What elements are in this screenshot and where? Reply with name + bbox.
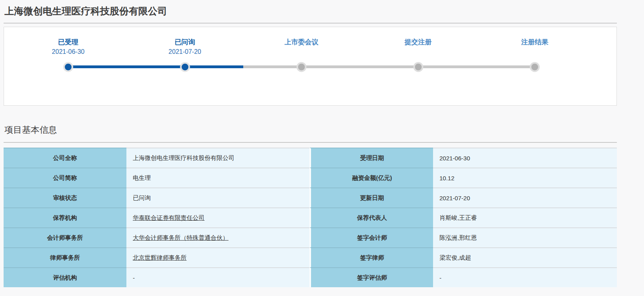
stage-label: 提交注册 xyxy=(374,38,462,47)
timeline-track xyxy=(68,65,535,68)
info-label-cell: 律师事务所 xyxy=(4,247,126,267)
timeline-node-dot xyxy=(181,63,188,70)
field-value: 肖斯峻,王正睿 xyxy=(439,214,477,222)
info-value-cell: 陈泓洲,邢红恩 xyxy=(433,227,617,247)
timeline-stage: 已问询 2021-07-20 xyxy=(141,38,229,57)
field-label: 公司简称 xyxy=(53,174,77,182)
info-label-cell: 会计师事务所 xyxy=(4,227,126,247)
table-row: 律师事务所 北京世辉律师事务所 签字律师 梁宏俊,成超 xyxy=(4,247,617,267)
info-value-cell: 电生理 xyxy=(126,168,309,187)
info-label-cell: 融资金额(亿元) xyxy=(309,168,433,187)
table-row: 评估机构 - 签字评估师 - xyxy=(4,267,617,287)
field-label: 保荐代表人 xyxy=(357,214,387,222)
table-row: 公司简称 电生理 融资金额(亿元) 10.12 xyxy=(4,168,617,187)
field-label: 更新日期 xyxy=(360,194,384,202)
info-value-cell: 北京世辉律师事务所 xyxy=(126,247,309,267)
field-value: 10.12 xyxy=(439,175,455,182)
page-title: 上海微创电生理医疗科技股份有限公司 xyxy=(4,5,616,18)
field-value: 梁宏俊,成超 xyxy=(439,254,471,262)
field-label: 保荐机构 xyxy=(53,214,77,222)
field-value-link[interactable]: 大华会计师事务所（特殊普通合伙） xyxy=(133,234,228,242)
info-label-cell: 审核状态 xyxy=(4,187,126,207)
info-label-cell: 评估机构 xyxy=(4,267,126,287)
timeline-node-dot xyxy=(65,63,72,70)
field-label: 签字会计师 xyxy=(357,234,387,242)
timeline-node-dot xyxy=(532,63,538,70)
field-label: 签字律师 xyxy=(360,254,384,262)
field-value: - xyxy=(133,274,135,281)
info-value-cell: 华泰联合证券有限责任公司 xyxy=(126,207,309,227)
info-label-cell: 签字会计师 xyxy=(309,227,433,247)
field-label: 会计师事务所 xyxy=(47,234,83,242)
stage-date: 2021-07-20 xyxy=(141,47,229,57)
info-label-cell: 签字评估师 xyxy=(309,267,433,287)
info-value-cell: 2021-07-20 xyxy=(433,187,617,207)
field-label: 律师事务所 xyxy=(50,254,80,262)
field-label: 签字评估师 xyxy=(357,274,387,282)
table-row: 保荐机构 华泰联合证券有限责任公司 保荐代表人 肖斯峻,王正睿 xyxy=(4,207,617,227)
field-label: 受理日期 xyxy=(360,154,384,162)
info-value-cell: - xyxy=(126,267,309,287)
field-label: 融资金额(亿元) xyxy=(352,174,392,182)
field-value: 2021-06-30 xyxy=(439,155,470,162)
field-value-link[interactable]: 华泰联合证券有限责任公司 xyxy=(133,214,205,222)
section-title: 项目基本信息 xyxy=(4,124,616,136)
info-value-cell: - xyxy=(433,267,617,287)
table-row: 会计师事务所 大华会计师事务所（特殊普通合伙） 签字会计师 陈泓洲,邢红恩 xyxy=(4,227,617,247)
field-label: 审核状态 xyxy=(53,194,77,202)
stage-label: 上市委会议 xyxy=(258,38,345,47)
field-value: 2021-07-20 xyxy=(439,195,470,201)
field-value-link[interactable]: 北京世辉律师事务所 xyxy=(133,254,187,262)
timeline-node-dot xyxy=(298,63,305,70)
table-row: 公司全称 上海微创电生理医疗科技股份有限公司 受理日期 2021-06-30 xyxy=(4,148,617,168)
info-label-cell: 更新日期 xyxy=(309,187,433,207)
timeline-stage: 注册结果 xyxy=(491,38,579,47)
review-timeline-panel: 已受理 2021-06-30 已问询 2021-07-20 上市委会议 提交注册… xyxy=(4,27,617,106)
field-value: - xyxy=(439,274,441,281)
info-label-cell: 签字律师 xyxy=(309,247,433,267)
info-value-cell: 10.12 xyxy=(433,168,617,187)
info-table: 公司全称 上海微创电生理医疗科技股份有限公司 受理日期 2021-06-30 公… xyxy=(4,148,617,287)
timeline-stage: 提交注册 xyxy=(374,38,462,47)
info-value-cell: 上海微创电生理医疗科技股份有限公司 xyxy=(126,148,309,168)
table-row: 审核状态 已问询 更新日期 2021-07-20 xyxy=(4,187,617,207)
info-value-cell: 大华会计师事务所（特殊普通合伙） xyxy=(126,227,309,247)
page: 上海微创电生理医疗科技股份有限公司 已受理 2021-06-30 已问询 202… xyxy=(0,0,644,287)
stage-label: 注册结果 xyxy=(491,38,579,47)
info-label-cell: 公司全称 xyxy=(4,148,126,168)
stage-label: 已问询 xyxy=(141,38,229,47)
stage-date: 2021-06-30 xyxy=(24,47,112,57)
info-value-cell: 已问询 xyxy=(126,187,309,207)
section-header: 项目基本信息 xyxy=(4,124,617,143)
page-header: 上海微创电生理医疗科技股份有限公司 xyxy=(4,4,617,24)
timeline-node-dot xyxy=(415,63,421,70)
info-label-cell: 受理日期 xyxy=(309,148,433,168)
field-value: 已问询 xyxy=(133,194,151,202)
stage-label: 已受理 xyxy=(24,38,112,47)
field-value: 电生理 xyxy=(133,174,151,182)
info-label-cell: 公司简称 xyxy=(4,168,126,187)
field-label: 公司全称 xyxy=(53,154,77,162)
info-value-cell: 2021-06-30 xyxy=(433,148,617,168)
field-value: 陈泓洲,邢红恩 xyxy=(439,234,477,242)
timeline-progress xyxy=(68,65,243,68)
info-value-cell: 肖斯峻,王正睿 xyxy=(433,207,617,227)
info-label-cell: 保荐机构 xyxy=(4,207,126,227)
field-label: 评估机构 xyxy=(53,274,77,282)
info-label-cell: 保荐代表人 xyxy=(309,207,433,227)
timeline-stage: 已受理 2021-06-30 xyxy=(24,38,112,57)
field-value: 上海微创电生理医疗科技股份有限公司 xyxy=(133,154,234,162)
timeline-stage: 上市委会议 xyxy=(258,38,345,47)
info-value-cell: 梁宏俊,成超 xyxy=(433,247,617,267)
